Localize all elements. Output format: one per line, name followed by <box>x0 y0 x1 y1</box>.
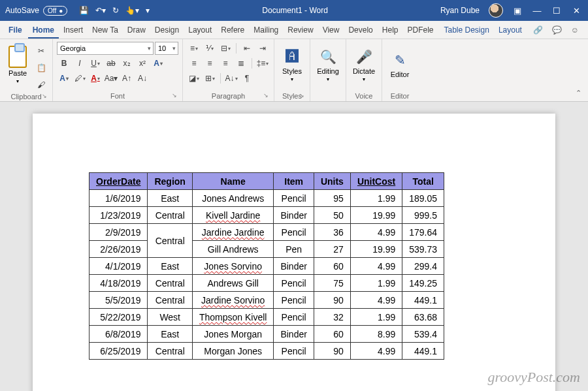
avatar[interactable] <box>489 3 503 18</box>
align-center-icon[interactable]: ≡ <box>203 57 217 70</box>
justify-icon[interactable]: ≣ <box>234 57 248 70</box>
tab-review[interactable]: Review <box>283 23 318 37</box>
maximize-icon[interactable]: ☐ <box>551 6 562 16</box>
highlight-icon[interactable]: 🖊 <box>73 72 87 85</box>
change-case-icon[interactable]: Aa▾ <box>104 72 118 85</box>
table-row[interactable]: 1/6/2019EastJones AndrewsPencil951.99189… <box>90 190 444 207</box>
table-row[interactable]: 5/5/2019CentralJardine SorvinoPencil904.… <box>90 292 444 309</box>
increase-indent-icon[interactable]: ⇥ <box>255 42 270 55</box>
bold-button[interactable]: B <box>57 57 71 70</box>
editing-button[interactable]: 🔍 Editing ▾ <box>314 42 342 87</box>
table-header[interactable]: UnitCost <box>350 173 402 190</box>
align-left-icon[interactable]: ≡ <box>187 57 201 70</box>
ribbon: Paste ▾ ✂ 📋 🖌 Clipboard↘ Georgia 10 B I <box>0 39 588 102</box>
autosave-toggle[interactable]: Off● <box>43 6 67 16</box>
table-header[interactable]: Total <box>402 173 444 190</box>
data-table[interactable]: OrderDateRegionNameItemUnitsUnitCostTota… <box>89 172 444 360</box>
clipboard-icon <box>8 46 27 68</box>
collapse-ribbon-icon[interactable]: ⌃ <box>569 85 588 101</box>
save-icon[interactable]: 💾 <box>79 6 89 15</box>
tab-layout[interactable]: Layout <box>494 23 527 37</box>
tab-mailing[interactable]: Mailing <box>249 23 283 37</box>
group-paragraph: ≡ ⅟ ⊟ ⇤ ⇥ ≡ ≡ ≡ ≣ ‡≡ ◪ ⊞ <box>183 39 274 101</box>
borders-icon[interactable]: ⊞ <box>203 72 217 85</box>
tab-layout[interactable]: Layout <box>184 23 216 37</box>
comments-icon[interactable]: 💬 <box>552 25 562 35</box>
close-icon[interactable]: ✕ <box>571 6 581 16</box>
tab-help[interactable]: Help <box>378 23 403 37</box>
table-header[interactable]: Units <box>314 173 350 190</box>
line-spacing-icon[interactable]: ‡≡ <box>255 57 270 70</box>
tab-draw[interactable]: Draw <box>123 23 150 37</box>
ribbon-display-icon[interactable]: ▣ <box>512 6 523 16</box>
tab-newta[interactable]: New Ta <box>88 23 123 37</box>
copy-icon[interactable]: 📋 <box>34 61 48 74</box>
bullets-icon[interactable]: ≡ <box>187 42 201 55</box>
tab-view[interactable]: View <box>318 23 344 37</box>
multilevel-icon[interactable]: ⊟ <box>218 42 233 55</box>
table-header[interactable]: Item <box>274 173 314 190</box>
tab-insert[interactable]: Insert <box>59 23 88 37</box>
redo-icon[interactable]: ↻ <box>112 6 119 15</box>
editor-button[interactable]: ✎ Editor <box>386 42 414 87</box>
paragraph-launcher-icon[interactable]: ↘ <box>263 92 269 99</box>
tab-pdfele[interactable]: PDFele <box>402 23 438 37</box>
table-row[interactable]: 2/9/2019CentralJardine JardinePencil364.… <box>90 224 444 241</box>
tab-file[interactable]: File <box>4 23 27 37</box>
group-editor: ✎ Editor Editor <box>382 39 417 101</box>
subscript-button[interactable]: x₂ <box>120 57 134 70</box>
sort-icon[interactable]: A↓ <box>224 72 238 85</box>
autosave-label: AutoSave <box>5 6 39 15</box>
dictate-button[interactable]: 🎤 Dictate ▾ <box>350 42 378 87</box>
shrink-font-icon[interactable]: A↓ <box>135 72 150 85</box>
table-row[interactable]: 6/8/2019EastJones MorganBinder608.99539.… <box>90 326 444 343</box>
table-row[interactable]: 6/25/2019CentralMorgan JonesPencil904.99… <box>90 343 444 360</box>
cut-icon[interactable]: ✂ <box>34 44 48 57</box>
superscript-button[interactable]: x² <box>135 57 150 70</box>
table-header[interactable]: OrderDate <box>90 173 148 190</box>
numbering-icon[interactable]: ⅟ <box>203 42 217 55</box>
share-icon[interactable]: 🔗 <box>533 25 543 35</box>
ribbon-tabs: File HomeInsertNew TaDrawDesignLayoutRef… <box>0 21 588 39</box>
font-name-combo[interactable]: Georgia <box>57 42 154 55</box>
styles-button[interactable]: 🅰 Styles ▾ <box>278 42 306 87</box>
font-launcher-icon[interactable]: ↘ <box>172 92 177 99</box>
format-painter-icon[interactable]: 🖌 <box>34 78 48 91</box>
table-header[interactable]: Name <box>192 173 274 190</box>
group-styles: 🅰 Styles ▾ Styles↘ <box>274 39 310 101</box>
shading-icon[interactable]: ◪ <box>187 72 201 85</box>
undo-icon[interactable]: ↶▾ <box>95 6 106 15</box>
decrease-indent-icon[interactable]: ⇤ <box>240 42 254 55</box>
font-color-icon[interactable]: A <box>88 72 103 85</box>
tab-develo[interactable]: Develo <box>344 23 377 37</box>
group-voice: 🎤 Dictate ▾ Voice <box>346 39 382 101</box>
title-bar: AutoSave Off● 💾 ↶▾ ↻ 👆▾ ▾ Document1 - Wo… <box>0 0 588 21</box>
table-row[interactable]: 1/23/2019CentralKivell JardineBinder5019… <box>90 207 444 224</box>
font-size-combo[interactable]: 10 <box>155 42 178 55</box>
user-name[interactable]: Ryan Dube <box>440 6 480 15</box>
touch-mode-icon[interactable]: 👆▾ <box>125 6 139 15</box>
table-header[interactable]: Region <box>148 173 192 190</box>
table-row[interactable]: 4/1/2019EastJones SorvinoBinder604.99299… <box>90 258 444 275</box>
text-effects-icon[interactable]: A <box>151 57 165 70</box>
paste-button[interactable]: Paste ▾ <box>4 42 31 87</box>
clipboard-launcher-icon[interactable]: ↘ <box>42 93 47 99</box>
tab-tabledesign[interactable]: Table Design <box>440 23 494 37</box>
tab-design[interactable]: Design <box>150 23 184 37</box>
table-row[interactable]: 2/26/2019Gill AndrewsPen2719.99539.73 <box>90 241 444 258</box>
styles-launcher-icon[interactable]: ↘ <box>299 92 304 99</box>
strikethrough-button[interactable]: ab <box>104 57 118 70</box>
minimize-icon[interactable]: — <box>532 6 542 16</box>
table-row[interactable]: 5/22/2019WestThompson KivellPencil321.99… <box>90 309 444 326</box>
tab-refere[interactable]: Refere <box>216 23 249 37</box>
italic-button[interactable]: I <box>73 57 87 70</box>
underline-button[interactable]: U <box>88 57 103 70</box>
align-right-icon[interactable]: ≡ <box>218 57 233 70</box>
tab-home[interactable]: Home <box>28 23 59 39</box>
grow-font-icon[interactable]: A↑ <box>120 72 134 85</box>
font-color-a-icon[interactable]: A <box>57 72 71 85</box>
page[interactable]: OrderDateRegionNameItemUnitsUnitCostTota… <box>33 114 555 391</box>
table-row[interactable]: 4/18/2019CentralAndrews GillPencil751.99… <box>90 275 444 292</box>
smile-icon[interactable]: ☺ <box>571 25 579 35</box>
show-marks-icon[interactable]: ¶ <box>240 72 254 85</box>
